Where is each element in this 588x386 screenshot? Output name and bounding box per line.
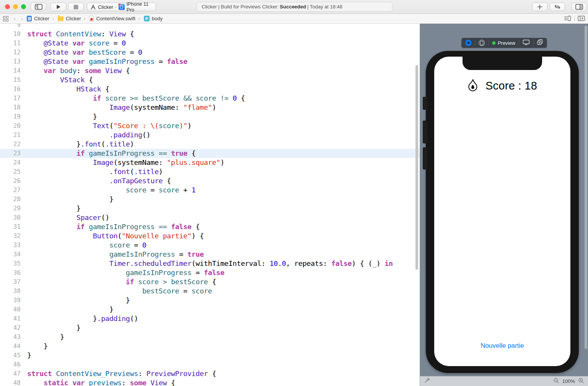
fullscreen-window-icon[interactable] — [21, 4, 26, 9]
duplicate-preview-icon[interactable] — [537, 39, 543, 47]
code-line[interactable]: 39 } — [0, 296, 420, 305]
line-number[interactable]: 45 — [0, 351, 21, 360]
line-number[interactable]: 20 — [0, 121, 21, 130]
code-line[interactable]: 21 .padding() — [0, 130, 420, 140]
code-line[interactable]: 10struct ContentView: View { — [0, 29, 420, 39]
code-line[interactable]: 48 static var previews: some View { — [0, 378, 420, 386]
code-line[interactable]: 25 .font(.title) — [0, 167, 420, 176]
line-number[interactable]: 38 — [0, 287, 21, 296]
code-line[interactable]: 42 } — [0, 323, 420, 332]
line-number[interactable]: 17 — [0, 94, 21, 103]
line-number[interactable]: 47 — [0, 369, 21, 378]
line-number[interactable]: 23 — [0, 149, 21, 158]
code-line[interactable]: 19 } — [0, 112, 420, 121]
code-line[interactable]: 24 Image(systemName: "plus.square") — [0, 158, 420, 167]
line-number[interactable]: 22 — [0, 140, 21, 149]
code-line[interactable]: 41 }.padding() — [0, 314, 420, 323]
line-number[interactable]: 13 — [0, 57, 21, 66]
line-number[interactable]: 11 — [0, 39, 21, 48]
line-number[interactable]: 39 — [0, 296, 21, 305]
code-line[interactable]: 38 bestScore = score — [0, 287, 420, 296]
code-line[interactable]: 20 Text("Score : \(score)") — [0, 121, 420, 130]
code-line[interactable]: 34 gameIsInProgress = true — [0, 250, 420, 259]
line-number[interactable]: 15 — [0, 75, 21, 85]
code-line[interactable]: 26 .onTapGesture { — [0, 176, 420, 186]
library-add-button[interactable] — [532, 3, 547, 11]
live-preview-icon[interactable] — [465, 40, 471, 46]
code-review-button[interactable] — [550, 3, 565, 11]
code-line[interactable]: 23 if gameIsInProgress == true { — [0, 149, 420, 158]
line-number[interactable]: 26 — [0, 176, 21, 186]
zoom-out-icon[interactable] — [553, 378, 559, 385]
add-editor-icon[interactable] — [578, 15, 585, 23]
toggle-navigator-button[interactable] — [31, 3, 46, 11]
new-game-button[interactable]: Nouvelle partie — [434, 342, 570, 350]
line-number[interactable]: 48 — [0, 378, 21, 386]
line-number[interactable]: 25 — [0, 167, 21, 176]
line-number[interactable]: 46 — [0, 360, 21, 369]
line-number[interactable]: 30 — [0, 213, 21, 222]
code-line[interactable]: 29 } — [0, 204, 420, 213]
line-number[interactable]: 18 — [0, 103, 21, 112]
editor-options-icon[interactable] — [564, 15, 571, 23]
breadcrumb-group[interactable]: Clicker — [58, 16, 81, 21]
code-line[interactable]: 30 Spacer() — [0, 213, 420, 222]
line-number[interactable]: 37 — [0, 277, 21, 287]
code-line[interactable]: 46 — [0, 360, 420, 369]
code-line[interactable]: 45} — [0, 351, 420, 360]
run-button[interactable] — [50, 3, 66, 11]
line-number[interactable]: 42 — [0, 323, 21, 332]
code-line[interactable]: 15 VStack { — [0, 75, 420, 85]
code-line[interactable]: 17 if score >= bestScore && score != 0 { — [0, 94, 420, 103]
line-number[interactable]: 12 — [0, 48, 21, 57]
code-line[interactable]: 36 gameIsInProgress = false — [0, 268, 420, 277]
line-number[interactable]: 41 — [0, 314, 21, 323]
preview-scrollbar[interactable] — [585, 26, 587, 349]
line-number[interactable]: 29 — [0, 204, 21, 213]
breadcrumb-project[interactable]: Clicker — [27, 16, 49, 21]
line-number[interactable]: 43 — [0, 332, 21, 342]
code-line[interactable]: 12 @State var bestScore = 0 — [0, 48, 420, 57]
line-number[interactable]: 10 — [0, 29, 21, 39]
line-number[interactable]: 24 — [0, 158, 21, 167]
line-number[interactable]: 14 — [0, 66, 21, 75]
code-line[interactable]: 35 Timer.scheduledTimer(withTimeInterval… — [0, 259, 420, 268]
pin-icon[interactable] — [424, 377, 430, 385]
code-line[interactable]: 16 HStack { — [0, 85, 420, 94]
breadcrumb-file[interactable]: ContentView.swift — [89, 16, 135, 21]
line-number[interactable]: 33 — [0, 241, 21, 250]
toggle-inspectors-button[interactable] — [572, 3, 586, 11]
code-line[interactable]: 9 — [0, 24, 420, 29]
code-line[interactable]: 43 } — [0, 332, 420, 342]
stop-button[interactable] — [68, 3, 84, 11]
line-number[interactable]: 28 — [0, 195, 21, 204]
line-number[interactable]: 19 — [0, 112, 21, 121]
related-items-icon[interactable] — [3, 16, 8, 21]
line-number[interactable]: 40 — [0, 305, 21, 314]
code-line[interactable]: 31 if gameIsInProgress == false { — [0, 222, 420, 231]
minimize-window-icon[interactable] — [13, 4, 18, 9]
code-line[interactable]: 22 }.font(.title) — [0, 140, 420, 149]
code-line[interactable]: 32 Button("Nouvelle partie") { — [0, 231, 420, 241]
source-editor[interactable]: 910struct ContentView: View {11 @State v… — [0, 24, 420, 386]
breadcrumb-symbol[interactable]: P body — [144, 16, 163, 21]
forward-chevron-icon[interactable]: › — [21, 15, 23, 22]
app-screen[interactable]: Score : 18 Nouvelle partie — [434, 57, 570, 366]
code-line[interactable]: 18 Image(systemName: "flame") — [0, 103, 420, 112]
close-window-icon[interactable] — [5, 4, 10, 9]
code-line[interactable]: 33 score = 0 — [0, 241, 420, 250]
editor-scrollbar[interactable] — [415, 65, 418, 270]
display-icon[interactable] — [523, 39, 529, 47]
line-number[interactable]: 31 — [0, 222, 21, 231]
line-number[interactable]: 27 — [0, 186, 21, 195]
code-line[interactable]: 40 } — [0, 305, 420, 314]
line-number[interactable]: 34 — [0, 250, 21, 259]
line-number[interactable]: 21 — [0, 130, 21, 140]
line-number[interactable]: 16 — [0, 85, 21, 94]
code-line[interactable]: 37 if score > bestScore { — [0, 277, 420, 287]
code-line[interactable]: 13 @State var gameIsInProgress = false — [0, 57, 420, 66]
line-number[interactable]: 35 — [0, 259, 21, 268]
code-line[interactable]: 47struct ContentView_Previews: PreviewPr… — [0, 369, 420, 378]
line-number[interactable]: 9 — [0, 24, 21, 29]
code-line[interactable]: 44 } — [0, 342, 420, 351]
